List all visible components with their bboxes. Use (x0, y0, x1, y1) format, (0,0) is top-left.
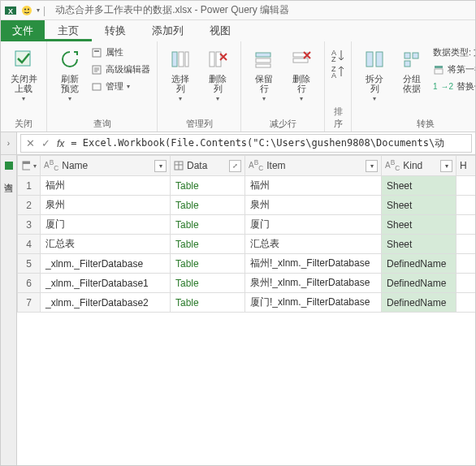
queries-side-gutter[interactable]: 查询 (1, 155, 17, 465)
properties-button[interactable]: 属性 (89, 45, 152, 60)
expand-icon[interactable]: ⤢ (229, 160, 241, 172)
table-corner[interactable]: ▾ (18, 156, 41, 176)
cell-h[interactable] (457, 235, 476, 254)
tab-home[interactable]: 主页 (45, 20, 92, 41)
refresh-label: 刷新 预览 (61, 74, 79, 93)
col-header-name[interactable]: ABCName▾ (41, 156, 171, 176)
formula-commit-button[interactable]: ✓ (41, 137, 50, 149)
cell-kind[interactable]: DefinedName (382, 254, 457, 274)
keep-rows-button[interactable]: 保留 行 (246, 45, 282, 116)
cell-kind[interactable]: Sheet (382, 215, 457, 235)
table-row[interactable]: 5_xlnm._FilterDatabaseTable福州!_xlnm._Fil… (18, 254, 476, 274)
col-data-label: Data (187, 160, 207, 171)
qat-dropdown-icon[interactable]: ▾ (37, 6, 40, 14)
formula-input[interactable] (71, 138, 466, 149)
manage-label: 管理 (106, 80, 123, 93)
cell-name[interactable]: 厦门 (41, 215, 171, 235)
col-header-h[interactable]: H (457, 156, 476, 176)
filter-icon[interactable]: ▾ (366, 160, 378, 172)
refresh-preview-button[interactable]: 刷新 预览 (52, 45, 88, 116)
row-number[interactable]: 1 (18, 176, 41, 196)
col-header-data[interactable]: Data⤢ (171, 156, 245, 176)
remove-columns-button[interactable]: 删除 列 (200, 45, 236, 116)
first-row-header-button[interactable]: 将第一行用 (431, 62, 476, 77)
choose-columns-button[interactable]: 选择 列 (162, 45, 198, 116)
cell-item[interactable]: 泉州!_xlnm._FilterDatabase (245, 274, 382, 293)
cell-h[interactable] (457, 254, 476, 274)
cell-h[interactable] (457, 196, 476, 215)
data-type-button[interactable]: 数据类型: 文本 (431, 45, 476, 60)
cell-item[interactable]: 福州!_xlnm._FilterDatabase (245, 254, 382, 274)
cell-h[interactable] (457, 274, 476, 293)
ribbon-group-query: 刷新 预览 属性 高级编辑器 管理 ▾ 查询 (47, 41, 158, 132)
row-number[interactable]: 3 (18, 215, 41, 235)
cell-data[interactable]: Table (171, 176, 245, 196)
table-row[interactable]: 4汇总表Table汇总表Sheet (18, 235, 476, 254)
cell-data[interactable]: Table (171, 215, 245, 235)
row-number[interactable]: 4 (18, 235, 41, 254)
data-grid: ▾ ABCName▾ Data⤢ ABCItem▾ ABCKind▾ H 1福州… (17, 155, 475, 465)
cell-name[interactable]: _xlnm._FilterDatabase1 (41, 274, 171, 293)
cell-name[interactable]: 汇总表 (41, 235, 171, 254)
col-header-kind[interactable]: ABCKind▾ (382, 156, 457, 176)
cell-h[interactable] (457, 176, 476, 196)
cell-kind[interactable]: Sheet (382, 176, 457, 196)
cell-item[interactable]: 福州 (245, 176, 382, 196)
filter-icon[interactable]: ▾ (154, 160, 167, 172)
manage-button[interactable]: 管理 ▾ (89, 79, 152, 94)
row-number[interactable]: 7 (18, 293, 41, 313)
replace-values-button[interactable]: 1→2替换值 (431, 79, 476, 94)
cell-name[interactable]: 泉州 (41, 196, 171, 215)
table-row[interactable]: 1福州Table福州Sheet (18, 176, 476, 196)
filter-icon[interactable]: ▾ (440, 160, 452, 172)
tab-view[interactable]: 视图 (197, 20, 244, 41)
cell-data[interactable]: Table (171, 293, 245, 313)
remove-rows-button[interactable]: 删除 行 (283, 45, 319, 116)
cell-item[interactable]: 泉州 (245, 196, 382, 215)
emoji-icon[interactable] (20, 4, 33, 17)
advanced-editor-button[interactable]: 高级编辑器 (89, 62, 152, 77)
cell-data[interactable]: Table (171, 274, 245, 293)
cell-kind[interactable]: Sheet (382, 235, 457, 254)
cell-data[interactable]: Table (171, 254, 245, 274)
cell-h[interactable] (457, 215, 476, 235)
queries-pane-toggle[interactable]: › (1, 132, 17, 154)
svg-point-4 (28, 8, 29, 10)
svg-rect-19 (293, 58, 308, 63)
cell-name[interactable]: _xlnm._FilterDatabase (41, 254, 171, 274)
tab-file[interactable]: 文件 (1, 20, 45, 41)
formula-cancel-button[interactable]: ✕ (26, 137, 35, 149)
cell-kind[interactable]: DefinedName (382, 293, 457, 313)
cell-h[interactable] (457, 293, 476, 313)
col-header-item[interactable]: ABCItem▾ (245, 156, 382, 176)
svg-rect-11 (179, 52, 184, 67)
cell-item[interactable]: 厦门!_xlnm._FilterDatabase (245, 293, 382, 313)
row-number[interactable]: 6 (18, 274, 41, 293)
cell-data[interactable]: Table (171, 196, 245, 215)
table-row[interactable]: 6_xlnm._FilterDatabase1Table泉州!_xlnm._Fi… (18, 274, 476, 293)
chevron-right-icon: › (7, 139, 10, 148)
cell-item[interactable]: 汇总表 (245, 235, 382, 254)
query-settings-icon (3, 160, 15, 171)
cell-kind[interactable]: DefinedName (382, 274, 457, 293)
sort-desc-button[interactable]: ZA (330, 64, 346, 79)
col-name-label: Name (62, 160, 88, 171)
table-row[interactable]: 7_xlnm._FilterDatabase2Table厦门!_xlnm._Fi… (18, 293, 476, 313)
sort-asc-button[interactable]: AZ (330, 48, 346, 63)
group-by-button[interactable]: 分组 依据 (394, 45, 430, 116)
table-row[interactable]: 3厦门Table厦门Sheet (18, 215, 476, 235)
row-number[interactable]: 2 (18, 196, 41, 215)
close-and-load-button[interactable]: 关闭并 上载 (6, 45, 41, 116)
cell-data[interactable]: Table (171, 235, 245, 254)
cell-item[interactable]: 厦门 (245, 215, 382, 235)
tab-transform[interactable]: 转换 (92, 20, 139, 41)
cell-kind[interactable]: Sheet (382, 196, 457, 215)
tab-addcolumn[interactable]: 添加列 (139, 20, 197, 41)
split-column-button[interactable]: 拆分 列 (357, 45, 392, 116)
group-icon (399, 46, 425, 72)
cell-name[interactable]: 福州 (41, 176, 171, 196)
row-number[interactable]: 5 (18, 254, 41, 274)
cell-name[interactable]: _xlnm._FilterDatabase2 (41, 293, 171, 313)
remove-rows-label: 删除 行 (292, 74, 310, 93)
table-row[interactable]: 2泉州Table泉州Sheet (18, 196, 476, 215)
